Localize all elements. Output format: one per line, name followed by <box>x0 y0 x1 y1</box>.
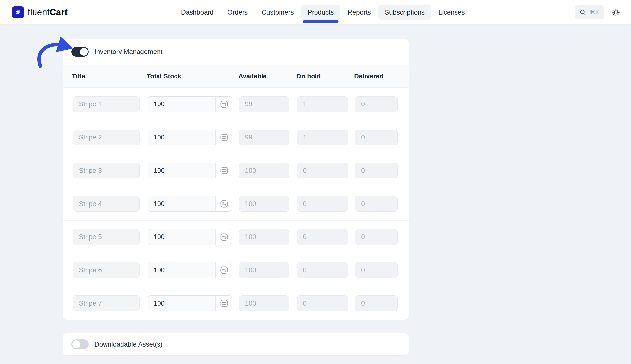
column-header-onhold: On hold <box>296 72 321 80</box>
available-input[interactable] <box>239 130 289 146</box>
total-stock-input[interactable]: 100 <box>148 296 232 311</box>
available-input[interactable] <box>239 96 289 112</box>
adjustments-icon <box>220 299 228 308</box>
nav-item-orders[interactable]: Orders <box>221 5 254 20</box>
table-row: 100 <box>63 254 409 287</box>
available-input[interactable] <box>239 229 289 245</box>
variant-title-input[interactable] <box>73 229 140 245</box>
stock-adjustments-button[interactable] <box>216 196 232 212</box>
adjustments-icon <box>220 199 228 208</box>
available-input[interactable] <box>239 196 289 212</box>
inventory-management-label: Inventory Management <box>94 48 162 56</box>
table-row: 100 <box>63 220 409 254</box>
top-navbar: fluentCart Dashboard Orders Customers Pr… <box>0 0 631 25</box>
variant-title-input[interactable] <box>73 96 140 112</box>
total-stock-value: 100 <box>148 300 165 307</box>
inventory-card: Inventory Management Title Total Stock A… <box>63 39 409 320</box>
adjustments-icon <box>220 233 228 242</box>
brand-name-regular: fluent <box>28 7 50 18</box>
total-stock-input[interactable]: 100 <box>148 96 232 112</box>
nav-item-customers[interactable]: Customers <box>255 5 300 20</box>
delivered-input[interactable] <box>355 130 398 146</box>
downloadable-assets-toggle[interactable] <box>72 339 89 349</box>
variant-title-input[interactable] <box>73 296 140 311</box>
inventory-table-header: Title Total Stock Available On hold Deli… <box>63 64 409 88</box>
table-row: 100 <box>63 121 409 154</box>
stock-adjustments-button[interactable] <box>216 163 232 178</box>
toggle-knob <box>80 48 88 56</box>
column-header-delivered: Delivered <box>354 72 384 80</box>
total-stock-value: 100 <box>148 200 165 208</box>
total-stock-input[interactable]: 100 <box>148 130 232 146</box>
search-shortcut-label: ⌘K <box>589 9 600 16</box>
navbar-right: ⌘K <box>574 5 620 20</box>
stock-adjustments-button[interactable] <box>216 130 232 145</box>
adjustments-icon <box>220 133 228 142</box>
stock-adjustments-button[interactable] <box>216 96 232 112</box>
main-nav: Dashboard Orders Customers Products Repo… <box>175 0 471 25</box>
inventory-card-header: Inventory Management <box>63 39 409 64</box>
theme-toggle-button[interactable] <box>612 8 620 16</box>
total-stock-value: 100 <box>148 233 165 241</box>
on-hold-input[interactable] <box>297 262 348 278</box>
adjustments-icon <box>220 266 228 274</box>
delivered-input[interactable] <box>355 262 398 278</box>
on-hold-input[interactable] <box>297 229 348 245</box>
available-input[interactable] <box>239 296 289 311</box>
column-header-stock: Total Stock <box>147 72 181 80</box>
search-icon <box>580 9 586 16</box>
variant-title-input[interactable] <box>73 130 140 146</box>
delivered-input[interactable] <box>355 196 398 212</box>
nav-item-subscriptions[interactable]: Subscriptions <box>378 5 431 20</box>
on-hold-input[interactable] <box>297 163 348 178</box>
search-button[interactable]: ⌘K <box>574 5 604 20</box>
adjustments-icon <box>220 166 228 175</box>
inventory-management-toggle[interactable] <box>72 47 89 57</box>
toggle-knob <box>72 340 80 348</box>
total-stock-input[interactable]: 100 <box>148 163 232 178</box>
nav-item-licenses[interactable]: Licenses <box>432 5 471 20</box>
table-row: 100 <box>63 286 409 320</box>
stock-adjustments-button[interactable] <box>216 262 232 278</box>
stock-adjustments-button[interactable] <box>216 230 232 245</box>
table-row: 100 <box>63 154 409 187</box>
available-input[interactable] <box>239 262 289 278</box>
total-stock-input[interactable]: 100 <box>148 262 232 278</box>
variant-title-input[interactable] <box>73 196 140 212</box>
variant-title-input[interactable] <box>73 163 140 178</box>
sun-icon <box>612 8 620 16</box>
nav-item-products[interactable]: Products <box>301 5 340 20</box>
available-input[interactable] <box>239 163 289 178</box>
total-stock-input[interactable]: 100 <box>148 229 232 245</box>
delivered-input[interactable] <box>355 163 398 178</box>
stock-adjustments-button[interactable] <box>216 296 232 311</box>
fluentcart-logo-icon <box>12 6 24 18</box>
adjustments-icon <box>220 100 228 109</box>
downloadable-assets-label: Downloadable Asset(s) <box>94 340 162 348</box>
total-stock-value: 100 <box>148 134 165 141</box>
brand-name: fluentCart <box>28 7 68 18</box>
delivered-input[interactable] <box>355 296 398 311</box>
nav-item-dashboard[interactable]: Dashboard <box>175 5 220 20</box>
downloadable-assets-card: Downloadable Asset(s) <box>63 333 409 355</box>
column-header-title: Title <box>72 72 85 80</box>
on-hold-input[interactable] <box>297 296 348 311</box>
total-stock-value: 100 <box>148 167 165 174</box>
variant-title-input[interactable] <box>73 262 140 278</box>
table-row: 100 <box>63 88 409 121</box>
column-header-available: Available <box>238 72 267 80</box>
on-hold-input[interactable] <box>297 196 348 212</box>
brand-logo[interactable]: fluentCart <box>12 6 68 18</box>
brand-name-bold: Cart <box>50 7 68 18</box>
table-row: 100 <box>63 187 409 220</box>
delivered-input[interactable] <box>355 229 398 245</box>
delivered-input[interactable] <box>355 96 398 112</box>
on-hold-input[interactable] <box>297 130 348 146</box>
nav-item-reports[interactable]: Reports <box>341 5 377 20</box>
total-stock-input[interactable]: 100 <box>148 196 232 212</box>
total-stock-value: 100 <box>148 100 165 108</box>
inventory-table-body: 100 <box>63 88 409 320</box>
total-stock-value: 100 <box>148 266 165 274</box>
on-hold-input[interactable] <box>297 96 348 112</box>
